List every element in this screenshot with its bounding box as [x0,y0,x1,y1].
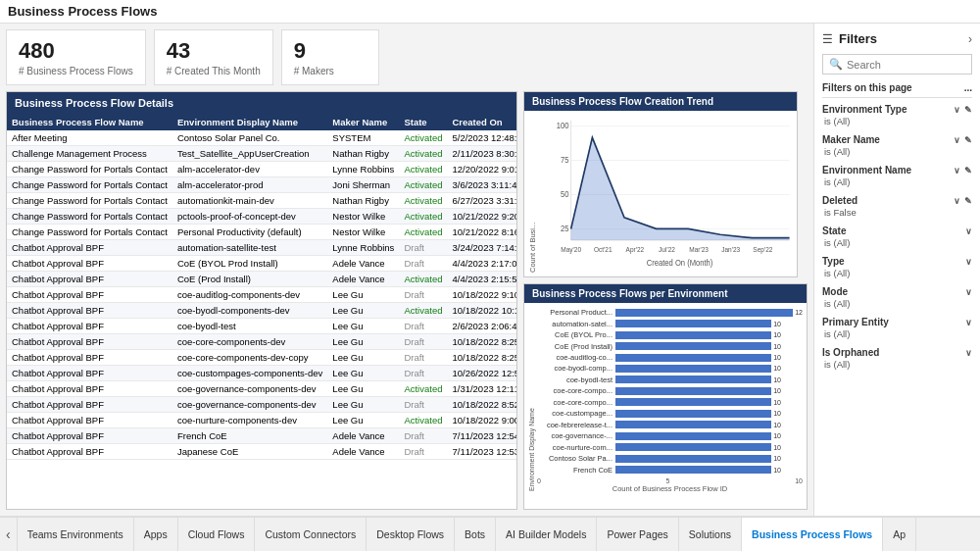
filters-on-page-header: Filters on this page ... [822,82,972,98]
tab-prev-button[interactable]: ‹ [0,518,18,551]
filter-chevron-8[interactable]: ∨ [965,348,972,358]
filter-edit-2[interactable]: ✎ [964,166,972,175]
cell-3-3: Activated [399,177,447,193]
cell-1-2: Nathan Rigby [327,146,399,162]
filter-search-box[interactable]: 🔍 [822,54,972,75]
cell-10-4: 10/18/2022 9:10:20 AM [447,287,516,303]
table-row[interactable]: Chatbot Approval BPFautomation-satellite… [7,240,516,256]
bar-fill-6 [615,376,771,383]
bar-label-3: CoE (Prod Install) [537,342,612,351]
bar-row-6: 10 [615,375,803,384]
tab-power-pages[interactable]: Power Pages [597,518,678,551]
table-row[interactable]: Change Password for Portals Contactpctoo… [7,209,516,225]
tab-custom-connectors[interactable]: Custom Connectors [255,518,367,551]
filter-chevron-7[interactable]: ∨ [965,318,972,327]
cell-20-2: Adele Vance [327,444,399,460]
cell-17-4: 10/18/2022 8:52:06 AM [447,397,516,413]
filter-item-4[interactable]: State ∨ is (All) [822,225,972,248]
table-row[interactable]: Chatbot Approval BPFcoe-byodl-components… [7,303,516,319]
filter-chevron-5[interactable]: ∨ [965,257,972,267]
table-container[interactable]: Business Process Flow NameEnvironment Di… [7,114,516,509]
bar-value-4: 10 [773,354,781,361]
table-row[interactable]: Chatbot Approval BPFcoe-byodl-testLee Gu… [7,319,516,334]
filter-edit-0[interactable]: ✎ [964,105,972,115]
cell-18-2: Lee Gu [327,413,399,428]
bar-value-13: 10 [773,455,781,462]
table-row[interactable]: Change Password for Portals Contactautom… [7,193,516,209]
filter-chevron-1[interactable]: ∨ [954,135,960,145]
stat-number-1: 43 [167,38,261,64]
filter-item-8[interactable]: Is Orphaned ∨ is (All) [822,347,972,370]
tab-business-process-flows[interactable]: Business Process Flows [742,518,883,551]
filter-item-0[interactable]: Environment Type ∨ ✎ is (All) [822,104,972,126]
table-row[interactable]: Chatbot Approval BPFcoe-auditlog-compone… [7,287,516,303]
bar-label-10: coe-febrerelease-t... [537,421,612,429]
table-row[interactable]: Change Password for Portals ContactPerso… [7,225,516,240]
filter-item-1[interactable]: Maker Name ∨ ✎ is (All) [822,134,972,157]
table-row[interactable]: Change Password for Portals Contactalm-a… [7,162,516,177]
tab-solutions[interactable]: Solutions [679,518,742,551]
cell-19-1: French CoE [172,428,327,444]
bar-value-5: 10 [773,365,781,372]
table-row[interactable]: Chatbot Approval BPFCoE (BYOL Prod Insta… [7,256,516,272]
filter-chevron-6[interactable]: ∨ [965,287,972,297]
col-header-0: Business Process Flow Name [7,114,172,130]
cell-6-0: Change Password for Portals Contact [7,225,172,240]
table-row[interactable]: Chatbot Approval BPFcoe-governance-compo… [7,397,516,413]
bar-label-7: coe-core-compo... [537,386,612,395]
filter-item-5[interactable]: Type ∨ is (All) [822,256,972,278]
cell-16-0: Chatbot Approval BPF [7,381,172,397]
filter-chevron-2[interactable]: ∨ [954,166,960,175]
filter-search-input[interactable] [847,59,965,71]
tab-apps[interactable]: Apps [134,518,178,551]
tab-teams-environments[interactable]: Teams Environments [18,518,134,551]
tab-ap[interactable]: Ap [883,518,916,551]
filter-label-text-0: Environment Type [822,104,907,115]
filter-label-text-2: Environment Name [822,165,911,175]
table-row[interactable]: Chatbot Approval BPFcoe-core-components-… [7,350,516,366]
filters-on-page-action[interactable]: ... [964,82,972,93]
filter-edit-1[interactable]: ✎ [964,135,972,145]
filter-item-2[interactable]: Environment Name ∨ ✎ is (All) [822,165,972,187]
table-row[interactable]: Chatbot Approval BPFcoe-custompages-comp… [7,366,516,381]
bottom-tabs: ‹ Teams EnvironmentsAppsCloud FlowsCusto… [0,516,980,551]
filter-icon: ☰ [822,32,833,46]
table-row[interactable]: After MeetingContoso Solar Panel Co.SYST… [7,130,516,146]
filter-chevron-4[interactable]: ∨ [965,226,972,236]
table-row[interactable]: Chatbot Approval BPFcoe-nurture-componen… [7,413,516,428]
table-row[interactable]: Change Password for Portals Contactalm-a… [7,177,516,193]
bar-fill-8 [615,398,771,406]
tab-bots[interactable]: Bots [455,518,496,551]
table-row[interactable]: Chatbot Approval BPFJapanese CoEAdele Va… [7,444,516,460]
table-row[interactable]: Challenge Management ProcessTest_Satelli… [7,146,516,162]
filter-label-text-4: State [822,225,846,236]
table-row[interactable]: Chatbot Approval BPFFrench CoEAdele Vanc… [7,428,516,444]
filter-chevron-3[interactable]: ∨ [954,196,960,206]
stat-label-2: # Makers [294,66,367,76]
filters-close-icon[interactable]: › [968,32,972,46]
cell-10-3: Draft [399,287,447,303]
cell-16-2: Lee Gu [327,381,399,397]
bar-row-5: 10 [615,364,803,374]
bar-fill-1 [615,320,771,327]
filter-item-7[interactable]: Primary Entity ∨ is (All) [822,317,972,339]
tab-cloud-flows[interactable]: Cloud Flows [178,518,256,551]
x-tick-10: 10 [795,477,803,484]
trend-chart-area: Count of Busi... 100 75 [524,111,797,276]
svg-text:Apr'22: Apr'22 [626,246,645,254]
svg-text:50: 50 [561,190,569,199]
filter-item-6[interactable]: Mode ∨ is (All) [822,286,972,309]
table-row[interactable]: Chatbot Approval BPFcoe-governance-compo… [7,381,516,397]
tab-desktop-flows[interactable]: Desktop Flows [367,518,455,551]
cell-0-4: 5/2/2023 12:48:34 AM [447,130,516,146]
filter-label-1: Maker Name ∨ ✎ [822,134,972,145]
table-row[interactable]: Chatbot Approval BPFCoE (Prod Install)Ad… [7,272,516,287]
filter-label-3: Deleted ∨ ✎ [822,195,972,206]
filter-chevron-0[interactable]: ∨ [954,105,960,115]
tab-ai-builder-models[interactable]: AI Builder Models [496,518,597,551]
table-row[interactable]: Chatbot Approval BPFcoe-core-components-… [7,334,516,350]
bar-fill-2 [615,331,771,339]
filter-item-3[interactable]: Deleted ∨ ✎ is False [822,195,972,218]
filter-edit-3[interactable]: ✎ [964,196,972,206]
col-header-2: Maker Name [327,114,399,130]
